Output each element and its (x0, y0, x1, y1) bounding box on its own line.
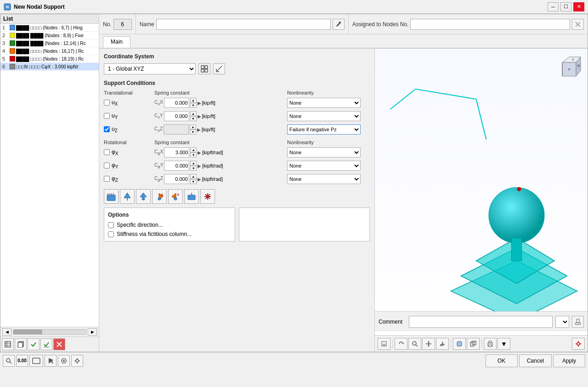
assigned-input[interactable] (410, 19, 570, 30)
uz-check-label: uZ (104, 126, 154, 133)
toolbar-btn-7[interactable] (200, 189, 215, 204)
sidebar-delete-btn[interactable] (53, 338, 65, 350)
view-zoom-btn[interactable] (408, 338, 421, 350)
uy-spin-up[interactable]: ▲ (190, 111, 197, 116)
py-spring-input[interactable] (164, 161, 189, 171)
py-nonlinearity-select[interactable]: None (287, 161, 361, 171)
coord-system-select[interactable]: 1 - Global XYZ (104, 63, 196, 74)
stiffness-checkbox[interactable] (108, 231, 114, 237)
ux-spring-input[interactable] (164, 98, 189, 108)
scroll-right-button[interactable]: ▶ (88, 328, 97, 336)
maximize-button[interactable]: ☐ (560, 2, 571, 11)
title-text: New Nodal Support (14, 4, 65, 10)
px-spring-input[interactable] (164, 147, 189, 157)
support-conditions-section: Support Conditions Translational Spring … (104, 80, 370, 185)
toolbar-btn-5[interactable]: Y (168, 189, 183, 204)
view-pan-btn[interactable] (422, 338, 435, 350)
uz-nonlinearity-select[interactable]: Failure if negative Pz None (287, 124, 361, 135)
close-button[interactable]: ✕ (573, 2, 584, 11)
svg-point-31 (142, 197, 145, 200)
ux-nonlinearity-select[interactable]: None (287, 98, 361, 108)
list-item[interactable]: 1 ████ □□□□ (Nodes : 6,7) | Hing (0, 24, 99, 32)
view-rotate-btn[interactable] (395, 338, 407, 350)
toolbar-btn-2[interactable] (120, 189, 135, 204)
view-print-btn[interactable] (484, 338, 497, 350)
ux-spin-down[interactable]: ▼ (190, 103, 197, 108)
sidebar-btn-1[interactable] (2, 338, 14, 350)
coord-btn-1[interactable] (198, 63, 210, 74)
apply-button[interactable]: Apply (553, 354, 585, 367)
list-item[interactable]: 4 ████ □□□□ (Nodes : 16,17) | Rc (0, 47, 99, 55)
pz-nonlinearity-select[interactable]: None (287, 174, 361, 184)
uy-spring-input[interactable] (164, 111, 189, 121)
py-spin-down[interactable]: ▼ (190, 166, 197, 171)
pz-spring-input[interactable] (164, 174, 189, 184)
bottom-btn-2[interactable]: 0.00 (16, 355, 28, 367)
list-item[interactable]: 5 ████ □□□□ (Nodes : 18,19) | Rc (0, 55, 99, 63)
view-perspective-btn[interactable] (467, 338, 480, 350)
minimize-button[interactable]: ─ (548, 2, 559, 11)
name-label: Name (140, 21, 154, 28)
px-spin-up[interactable]: ▲ (190, 147, 197, 152)
options-right-box (239, 208, 370, 241)
bottom-btn-1[interactable] (3, 355, 15, 367)
pz-checkbox[interactable] (104, 176, 110, 182)
uy-nonlinearity-select[interactable]: None (287, 111, 361, 121)
ok-button[interactable]: OK (486, 354, 518, 367)
comment-edit-btn[interactable] (572, 316, 584, 328)
comment-dropdown[interactable] (555, 316, 569, 328)
uz-spring-input[interactable] (164, 124, 189, 135)
comment-input[interactable] (409, 316, 553, 328)
uz-checkbox[interactable] (104, 126, 110, 132)
list-item[interactable]: 6 □□□N □□□□ CφX : 3.000 kipft/r (0, 63, 99, 71)
tab-main[interactable]: Main (103, 36, 130, 48)
bottom-btn-3[interactable] (29, 355, 43, 367)
list-item[interactable]: 2 ████ ████ (Nodes : 8,9) | Fixe (0, 32, 99, 39)
py-spin-up[interactable]: ▲ (190, 161, 197, 166)
pz-spin-up[interactable]: ▲ (190, 174, 197, 179)
svg-rect-16 (201, 66, 204, 68)
cancel-button[interactable]: Cancel (519, 354, 552, 367)
bottom-btn-6[interactable] (71, 355, 83, 367)
px-spin-down[interactable]: ▼ (190, 152, 197, 157)
sidebar-btn-4[interactable] (40, 338, 52, 350)
uz-spin-up[interactable]: ▲ (190, 124, 196, 129)
view-settings-btn[interactable] (572, 338, 585, 350)
view-render-btn[interactable] (453, 338, 466, 350)
svg-line-20 (216, 66, 222, 72)
scroll-left-button[interactable]: ◀ (2, 328, 11, 336)
view-more-btn[interactable]: ▼ (498, 338, 510, 350)
ux-spin-up[interactable]: ▲ (190, 98, 197, 103)
settings-icon (575, 341, 582, 347)
sidebar-btn-2[interactable] (15, 338, 27, 350)
coord-btn-2[interactable] (213, 63, 225, 74)
px-nonlinearity-select[interactable]: None (287, 147, 361, 157)
bottom-btn-4[interactable] (45, 355, 57, 367)
bottom-btn-5[interactable] (58, 355, 70, 367)
pz-spin-down[interactable]: ▼ (190, 179, 197, 184)
px-checkbox[interactable] (104, 149, 110, 155)
view-axis-btn[interactable] (436, 338, 449, 350)
uy-spin-down[interactable]: ▼ (190, 116, 197, 121)
name-edit-button[interactable] (333, 19, 345, 30)
view-save-btn[interactable] (378, 338, 390, 350)
py-checkbox[interactable] (104, 163, 110, 168)
svg-marker-90 (49, 358, 53, 364)
list-item[interactable]: 3 ████ ████ (Nodes : 12,14) | Rc (0, 39, 99, 47)
toolbar-btn-4[interactable]: X (152, 189, 167, 204)
scrollbar-track[interactable] (13, 329, 86, 335)
ux-checkbox[interactable] (104, 100, 110, 106)
toolbar-btn-3[interactable] (136, 189, 151, 204)
toolbar-btn-1[interactable] (104, 189, 119, 204)
toolbar-btn-6[interactable] (184, 189, 199, 204)
sidebar-btn-3[interactable] (28, 338, 40, 350)
uz-spin-down[interactable]: ▼ (190, 129, 196, 135)
uy-checkbox[interactable] (104, 113, 110, 119)
no-input[interactable]: 6 (113, 19, 132, 30)
assigned-clear-button[interactable] (572, 19, 584, 30)
table-icon (5, 341, 11, 348)
name-input[interactable] (156, 19, 331, 30)
uz-row: uZ CuZ ▲ ▼ ▶ [kip/ft] (104, 124, 370, 135)
specific-direction-checkbox[interactable] (108, 222, 114, 228)
svg-rect-19 (205, 69, 208, 72)
